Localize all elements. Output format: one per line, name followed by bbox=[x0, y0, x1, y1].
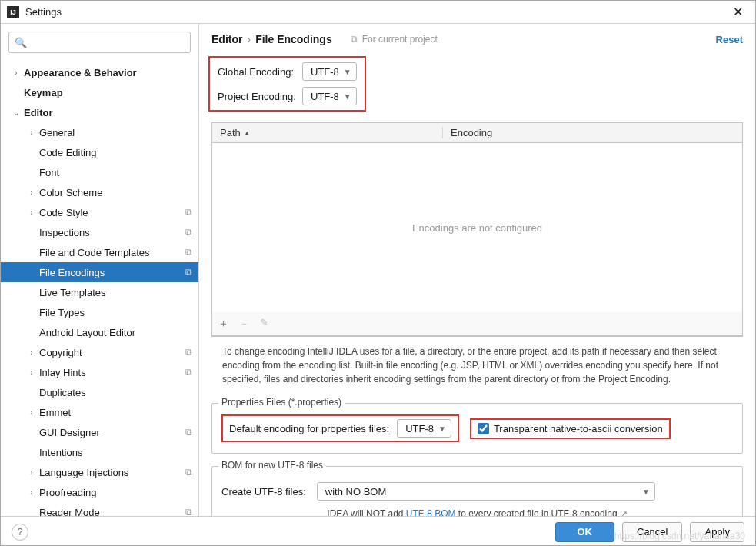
transparent-ascii-checkbox[interactable]: Transparent native-to-ascii conversion bbox=[478, 423, 663, 434]
encodings-table: Path▲ Encoding Encodings are not configu… bbox=[211, 122, 743, 337]
utf8-bom-link[interactable]: UTF-8 BOM bbox=[406, 508, 456, 516]
sidebar-item-copyright[interactable]: ›Copyright⧉ bbox=[1, 342, 198, 362]
sidebar-item-label: File Types bbox=[36, 307, 192, 318]
chevron-right-icon: › bbox=[27, 208, 36, 217]
table-empty-message: Encodings are not configured bbox=[212, 143, 742, 312]
project-scope-icon: ⧉ bbox=[185, 427, 192, 438]
create-utf8-combo[interactable]: with NO BOM▼ bbox=[317, 482, 655, 501]
project-scope-icon: ⧉ bbox=[185, 267, 192, 278]
ok-button[interactable]: OK bbox=[555, 522, 615, 542]
properties-default-highlight: Default encoding for properties files: U… bbox=[221, 414, 459, 442]
sidebar-item-live-templates[interactable]: Live Templates bbox=[1, 282, 198, 302]
chevron-down-icon: ▼ bbox=[438, 424, 446, 433]
sidebar-item-label: Proofreading bbox=[36, 487, 192, 498]
edit-button[interactable]: ✎ bbox=[260, 317, 268, 331]
sidebar-item-language-injections[interactable]: ›Language Injections⧉ bbox=[1, 462, 198, 482]
encoding-highlight-box: Global Encoding: UTF-8▼ Project Encoding… bbox=[208, 56, 366, 112]
project-scope-icon: ⧉ bbox=[185, 507, 192, 516]
sidebar-item-label: GUI Designer bbox=[36, 427, 182, 438]
sidebar-item-label: Copyright bbox=[36, 347, 182, 358]
chevron-right-icon: › bbox=[27, 468, 36, 477]
sidebar: 🔍 ›Appearance & BehaviorKeymap⌄Editor›Ge… bbox=[1, 24, 199, 516]
chevron-right-icon: › bbox=[27, 408, 36, 417]
dialog-footer: ? OK Cancel Apply https://blog.csdn.net/… bbox=[1, 516, 755, 546]
window-title: Settings bbox=[25, 6, 727, 18]
close-button[interactable]: ✕ bbox=[727, 3, 749, 21]
sidebar-item-inspections[interactable]: Inspections⧉ bbox=[1, 222, 198, 242]
chevron-down-icon: ▼ bbox=[344, 92, 351, 101]
sidebar-item-label: Font bbox=[36, 167, 192, 178]
chevron-right-icon: › bbox=[27, 128, 36, 137]
sidebar-item-code-editing[interactable]: Code Editing bbox=[1, 142, 198, 162]
create-utf8-label: Create UTF-8 files: bbox=[221, 486, 306, 498]
sidebar-item-label: Color Scheme bbox=[36, 187, 192, 198]
chevron-down-icon: ▼ bbox=[642, 488, 650, 496]
sidebar-item-label: Android Layout Editor bbox=[36, 327, 192, 338]
sidebar-item-file-and-code-templates[interactable]: File and Code Templates⧉ bbox=[1, 242, 198, 262]
transparent-ascii-highlight: Transparent native-to-ascii conversion bbox=[470, 418, 671, 439]
reset-link[interactable]: Reset bbox=[716, 34, 743, 45]
sidebar-item-android-layout-editor[interactable]: Android Layout Editor bbox=[1, 322, 198, 342]
sidebar-item-intentions[interactable]: Intentions bbox=[1, 442, 198, 462]
sidebar-item-label: Inspections bbox=[36, 227, 182, 238]
table-header-encoding[interactable]: Encoding bbox=[443, 127, 500, 138]
properties-default-combo[interactable]: UTF-8▼ bbox=[397, 419, 451, 438]
project-scope-icon: ⧉ bbox=[185, 367, 192, 378]
sidebar-item-file-types[interactable]: File Types bbox=[1, 302, 198, 322]
sidebar-item-color-scheme[interactable]: ›Color Scheme bbox=[1, 182, 198, 202]
remove-button[interactable]: － bbox=[239, 317, 249, 331]
sidebar-item-code-style[interactable]: ›Code Style⧉ bbox=[1, 202, 198, 222]
chevron-down-icon: ▼ bbox=[344, 68, 351, 76]
sidebar-item-duplicates[interactable]: Duplicates bbox=[1, 382, 198, 402]
global-encoding-combo[interactable]: UTF-8▼ bbox=[302, 62, 357, 81]
sidebar-item-gui-designer[interactable]: GUI Designer⧉ bbox=[1, 422, 198, 442]
sidebar-item-label: General bbox=[36, 127, 192, 138]
table-header-path[interactable]: Path▲ bbox=[212, 127, 443, 138]
sidebar-item-inlay-hints[interactable]: ›Inlay Hints⧉ bbox=[1, 362, 198, 382]
sidebar-item-label: Editor bbox=[21, 107, 192, 118]
titlebar: IJ Settings ✕ bbox=[1, 1, 755, 24]
sidebar-item-label: Live Templates bbox=[36, 287, 192, 298]
breadcrumb: Editor›File Encodings bbox=[211, 33, 332, 45]
project-scope-icon: ⧉ bbox=[185, 247, 192, 258]
project-encoding-combo[interactable]: UTF-8▼ bbox=[302, 87, 357, 105]
sidebar-item-proofreading[interactable]: ›Proofreading bbox=[1, 482, 198, 502]
sidebar-item-label: File Encodings bbox=[36, 267, 182, 278]
sidebar-item-reader-mode[interactable]: Reader Mode⧉ bbox=[1, 502, 198, 516]
project-scope-icon: ⧉ bbox=[185, 467, 192, 478]
properties-fieldset: Properties Files (*.properties) Default … bbox=[211, 403, 743, 454]
sidebar-item-label: Reader Mode bbox=[36, 507, 182, 517]
bom-note: IDEA will NOT add UTF-8 BOM to every cre… bbox=[221, 508, 733, 516]
chevron-right-icon: › bbox=[27, 368, 36, 377]
sort-asc-icon: ▲ bbox=[244, 129, 251, 137]
sidebar-item-keymap[interactable]: Keymap bbox=[1, 82, 198, 102]
project-scope-icon: ⧉ bbox=[185, 347, 192, 358]
chevron-down-icon: ⌄ bbox=[12, 108, 21, 117]
project-scope-icon: ⧉ bbox=[185, 227, 192, 238]
sidebar-item-label: Language Injections bbox=[36, 467, 182, 478]
sidebar-item-label: Appearance & Behavior bbox=[21, 67, 192, 78]
add-button[interactable]: ＋ bbox=[218, 317, 228, 331]
sidebar-item-general[interactable]: ›General bbox=[1, 122, 198, 142]
apply-button[interactable]: Apply bbox=[690, 522, 744, 542]
sidebar-item-file-encodings[interactable]: File Encodings⧉ bbox=[1, 262, 198, 282]
properties-default-label: Default encoding for properties files: bbox=[229, 423, 389, 434]
encoding-hint-text: To change encoding IntelliJ IDEA uses fo… bbox=[211, 337, 743, 394]
cancel-button[interactable]: Cancel bbox=[622, 522, 682, 542]
help-button[interactable]: ? bbox=[12, 524, 28, 541]
search-input[interactable] bbox=[8, 32, 191, 53]
sidebar-item-label: Emmet bbox=[36, 407, 192, 418]
sidebar-item-appearance-behavior[interactable]: ›Appearance & Behavior bbox=[1, 62, 198, 82]
sidebar-item-label: Inlay Hints bbox=[36, 367, 182, 378]
settings-tree: ›Appearance & BehaviorKeymap⌄Editor›Gene… bbox=[1, 61, 198, 516]
project-scope-hint: ⧉ For current project bbox=[351, 34, 438, 45]
content-pane: Editor›File Encodings ⧉ For current proj… bbox=[199, 24, 755, 516]
chevron-right-icon: › bbox=[27, 188, 36, 197]
sidebar-item-editor[interactable]: ⌄Editor bbox=[1, 102, 198, 122]
external-link-icon: ↗ bbox=[621, 509, 628, 516]
global-encoding-label: Global Encoding: bbox=[218, 66, 302, 78]
bom-legend: BOM for new UTF-8 files bbox=[218, 460, 326, 471]
sidebar-item-font[interactable]: Font bbox=[1, 162, 198, 182]
sidebar-item-emmet[interactable]: ›Emmet bbox=[1, 402, 198, 422]
sidebar-item-label: Keymap bbox=[21, 87, 192, 98]
